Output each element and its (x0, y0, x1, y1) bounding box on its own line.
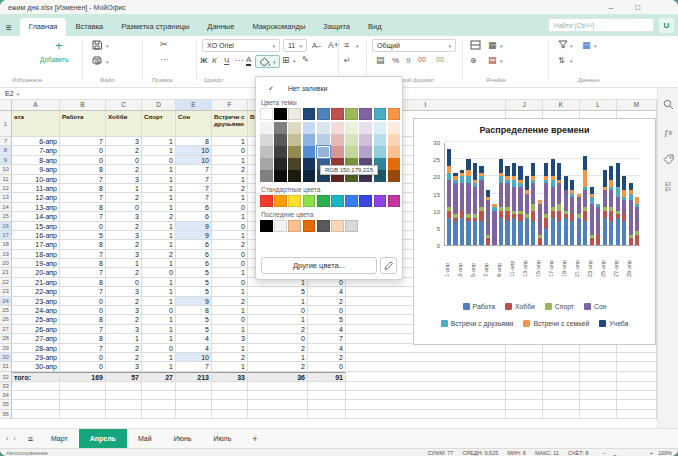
row-header[interactable]: 30 (0, 353, 12, 362)
cell[interactable]: 8 (60, 184, 106, 193)
cell[interactable]: 3 (106, 287, 142, 296)
cell[interactable]: 0 (248, 306, 308, 315)
cell[interactable]: 2 (212, 184, 248, 193)
shade-swatch[interactable] (303, 170, 316, 182)
sheet-tab[interactable]: Март (40, 429, 79, 448)
theme-color-swatch[interactable] (345, 108, 358, 120)
delete-cells-icon[interactable]: ▤ (488, 55, 497, 65)
comma-icon[interactable]: 9 (406, 56, 410, 65)
cell[interactable] (212, 400, 248, 409)
merge-cells-icon[interactable] (470, 40, 481, 52)
cell[interactable]: 20-апр (12, 268, 60, 277)
cell[interactable] (212, 391, 248, 400)
cell[interactable] (346, 400, 506, 409)
cell[interactable]: 29-апр (12, 353, 60, 362)
shade-swatch[interactable] (303, 146, 316, 158)
row-header[interactable]: 12 (0, 184, 12, 193)
header-cell[interactable]: ата (12, 111, 60, 137)
cell[interactable]: 12-апр (12, 193, 60, 202)
zoom-out-icon[interactable]: – (603, 449, 606, 456)
row-header[interactable]: 22 (0, 278, 12, 287)
col-header-E[interactable]: E (176, 100, 212, 111)
cell[interactable] (142, 391, 176, 400)
shade-swatch[interactable] (274, 170, 287, 182)
menu-tab[interactable]: Данные (198, 18, 243, 36)
cell[interactable]: 1 (142, 259, 176, 268)
row-header[interactable]: 10 (0, 165, 12, 174)
zoom-in-icon[interactable]: + (650, 449, 653, 456)
theme-color-swatch[interactable] (288, 108, 301, 120)
cell[interactable] (543, 372, 580, 382)
header-cell[interactable]: Сон (176, 111, 212, 137)
cell[interactable]: 1 (212, 175, 248, 184)
shade-swatch[interactable] (317, 134, 330, 146)
cell[interactable] (142, 410, 176, 419)
text-color-button[interactable]: A (246, 56, 251, 66)
cell[interactable]: 7 (176, 193, 212, 202)
cell[interactable] (506, 391, 543, 400)
cell[interactable]: 0 (212, 222, 248, 231)
cell[interactable] (12, 382, 60, 391)
cell[interactable]: 1 (142, 184, 176, 193)
cell[interactable]: 15-апр (12, 222, 60, 231)
cell[interactable]: 3 (106, 212, 142, 221)
borders-button[interactable]: ⊞ (282, 55, 290, 65)
function-panel-icon[interactable]: ƒx (664, 128, 672, 137)
cell[interactable]: 18-апр (12, 250, 60, 259)
cell[interactable]: 0 (142, 268, 176, 277)
font-size-select[interactable]: 11 ▾ (283, 39, 307, 52)
cell[interactable]: 4 (176, 334, 212, 343)
cell[interactable] (106, 391, 142, 400)
cell[interactable]: 5 (248, 287, 308, 296)
cell[interactable]: 8 (176, 306, 212, 315)
eyedropper-button[interactable] (380, 257, 397, 274)
total-cell[interactable]: 91 (308, 372, 346, 382)
cell[interactable] (248, 391, 308, 400)
cell[interactable]: 2 (248, 344, 308, 353)
select-all-corner[interactable] (0, 100, 12, 111)
cell[interactable]: 1 (212, 325, 248, 334)
align-caret-icon[interactable]: ▾ (356, 43, 359, 49)
cell[interactable] (308, 391, 346, 400)
underline-button[interactable]: Ч (224, 56, 229, 65)
standard-color-swatch[interactable] (345, 195, 358, 207)
shade-swatch[interactable] (303, 122, 316, 134)
cell[interactable]: 5 (176, 268, 212, 277)
row-header[interactable]: 1 (0, 111, 12, 137)
header-cell[interactable]: Спорт (142, 111, 176, 137)
cell[interactable] (176, 400, 212, 409)
cell[interactable] (580, 362, 617, 371)
recent-color-swatch[interactable] (331, 220, 344, 232)
cell[interactable]: 5 (176, 315, 212, 324)
recent-color-swatch[interactable] (303, 220, 316, 232)
cell[interactable]: 5 (60, 231, 106, 240)
cell[interactable] (176, 382, 212, 391)
cell[interactable]: 4 (308, 287, 346, 296)
menu-tab[interactable]: Вид (359, 18, 391, 36)
shade-swatch[interactable] (274, 122, 287, 134)
cell[interactable]: 23-апр (12, 297, 60, 306)
bold-button[interactable]: Ж (200, 56, 207, 65)
cell[interactable]: 1 (248, 297, 308, 306)
recent-color-swatch[interactable] (274, 220, 287, 232)
shade-swatch[interactable] (274, 146, 287, 158)
cell[interactable]: 1 (212, 137, 248, 146)
total-cell[interactable]: 27 (142, 372, 176, 382)
cell[interactable]: 3 (106, 137, 142, 146)
standard-color-swatch[interactable] (303, 195, 316, 207)
cell[interactable]: 6-апр (12, 137, 60, 146)
cell[interactable]: 10 (176, 353, 212, 362)
standard-color-swatch[interactable] (388, 195, 401, 207)
cell[interactable]: 2 (212, 165, 248, 174)
row-header[interactable]: 20 (0, 259, 12, 268)
cell[interactable] (176, 391, 212, 400)
search-input[interactable]: Найти (Ctrl+/) (548, 18, 654, 32)
shade-swatch[interactable] (345, 146, 358, 158)
cell[interactable] (580, 410, 617, 419)
cell[interactable]: 1 (142, 146, 176, 155)
hamburger-icon[interactable]: ≡ (6, 22, 12, 33)
cell[interactable]: 0 (60, 362, 106, 371)
cell[interactable] (248, 382, 308, 391)
add-sheet-button[interactable]: + (252, 434, 257, 444)
currency-icon[interactable]: ▤ (376, 55, 385, 65)
